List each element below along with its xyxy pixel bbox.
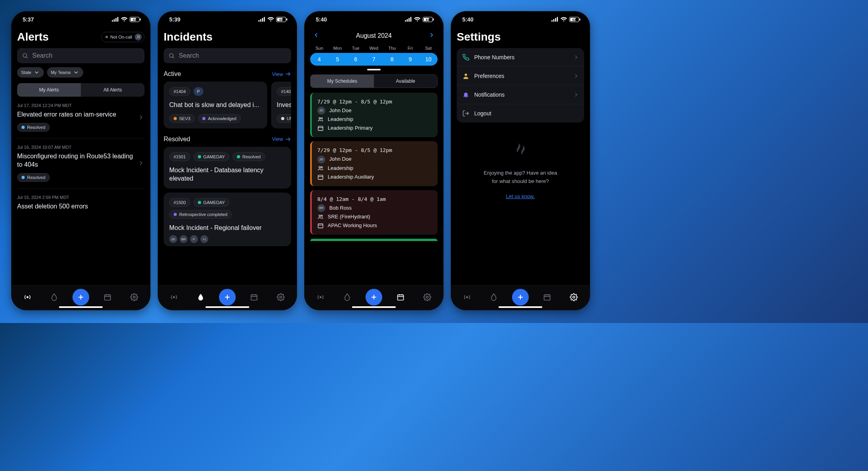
clock: 5:37 xyxy=(23,16,34,23)
status-icons: 63 xyxy=(551,16,581,23)
filter-state[interactable]: State xyxy=(17,67,44,78)
cellular-icon xyxy=(551,16,559,23)
day[interactable]: 10 xyxy=(421,56,436,62)
incident-card[interactable]: #1501 GAMEDAY Resolved Mock Incident - D… xyxy=(164,147,291,189)
status-dot-icon xyxy=(106,36,108,38)
battery-icon: 63 xyxy=(276,17,288,22)
settings-phone-numbers[interactable]: Phone Numbers xyxy=(457,48,584,67)
plus-icon xyxy=(223,293,231,301)
shift-card[interactable]: 8/4 @ 12am - 8/4 @ 1am BRBob Ross SRE (F… xyxy=(310,190,438,235)
fab-create[interactable] xyxy=(512,289,529,306)
calendar-icon xyxy=(104,293,111,301)
fab-create[interactable] xyxy=(219,289,236,306)
day[interactable]: 8 xyxy=(385,56,400,62)
fab-create[interactable] xyxy=(366,289,382,306)
nav-incidents[interactable] xyxy=(485,288,502,306)
nav-settings[interactable] xyxy=(418,288,436,306)
svg-rect-21 xyxy=(264,17,265,22)
chevron-right-icon xyxy=(137,114,145,121)
gear-icon xyxy=(130,293,138,301)
broadcast-icon xyxy=(317,293,325,301)
svg-point-58 xyxy=(320,296,321,298)
nav-incidents[interactable] xyxy=(45,288,63,306)
plus-icon xyxy=(77,293,85,301)
home-indicator[interactable] xyxy=(499,306,542,308)
drag-handle[interactable] xyxy=(367,69,381,70)
seg-my-alerts[interactable]: My Alerts xyxy=(17,83,81,97)
next-month-button[interactable] xyxy=(426,30,437,42)
day[interactable]: 9 xyxy=(403,56,418,62)
avatar: JD xyxy=(135,33,142,41)
nav-calendar[interactable] xyxy=(392,288,409,306)
alert-item[interactable]: Jul 17, 2024 12:24 PM MDT Elevated error… xyxy=(17,97,145,138)
home-indicator[interactable] xyxy=(205,306,249,308)
shift-name: John Doe xyxy=(329,155,352,163)
shift-card-peek[interactable] xyxy=(310,239,438,241)
incident-id: #1500 xyxy=(169,198,190,207)
svg-point-50 xyxy=(319,166,321,168)
search-input[interactable]: Search xyxy=(164,48,291,63)
nav-calendar[interactable] xyxy=(245,288,263,306)
day[interactable]: 5 xyxy=(330,56,345,62)
settings-logout[interactable]: Logout xyxy=(457,104,584,123)
view-resolved-link[interactable]: View xyxy=(272,136,291,142)
cellular-icon xyxy=(405,16,412,23)
oncall-status[interactable]: Not On-call JD xyxy=(101,32,145,42)
nav-settings[interactable] xyxy=(565,288,583,306)
incident-card[interactable]: #1500 GAMEDAY Retrospective completed Mo… xyxy=(164,193,291,247)
nav-alerts[interactable] xyxy=(458,288,476,306)
svg-rect-38 xyxy=(405,20,406,22)
settings-notifications[interactable]: Notifications xyxy=(457,86,584,104)
settings-preferences[interactable]: Preferences xyxy=(457,67,584,86)
dot-icon xyxy=(22,126,25,129)
nav-alerts[interactable] xyxy=(19,288,36,306)
seg-all-alerts[interactable]: All Alerts xyxy=(81,83,145,97)
nav-calendar[interactable] xyxy=(538,288,556,306)
nav-alerts[interactable] xyxy=(165,288,183,306)
filter-teams[interactable]: My Teams xyxy=(47,67,83,78)
alert-title: Asset deletion 500 errors xyxy=(17,202,145,211)
search-input[interactable]: Search xyxy=(17,48,145,63)
home-indicator[interactable] xyxy=(352,306,396,308)
seg-available[interactable]: Available xyxy=(374,75,437,88)
day[interactable]: 4 xyxy=(312,56,327,62)
page-title: Incidents xyxy=(164,31,213,43)
nav-calendar[interactable] xyxy=(99,288,116,306)
arrow-right-icon xyxy=(285,71,291,77)
day[interactable]: 6 xyxy=(348,56,363,62)
feedback-link[interactable]: Let us know. xyxy=(506,193,535,199)
shift-card[interactable]: 7/29 @ 12pm - 8/5 @ 12pm JDJohn Doe Lead… xyxy=(310,141,438,186)
svg-rect-20 xyxy=(262,18,263,21)
svg-rect-18 xyxy=(258,20,260,22)
alerts-segmented: My Alerts All Alerts xyxy=(17,83,145,97)
shift-card[interactable]: 7/29 @ 12pm - 8/5 @ 12pm JDJohn Doe Lead… xyxy=(310,93,438,137)
month-label[interactable]: August 2024 xyxy=(356,32,392,39)
chevron-right-icon xyxy=(428,31,435,39)
status-bar: 5:37 63 xyxy=(12,12,150,27)
prev-month-button[interactable] xyxy=(311,30,321,42)
week-selector[interactable]: 45678910 xyxy=(310,53,438,66)
seg-my-schedules[interactable]: My Schedules xyxy=(311,75,374,88)
view-active-link[interactable]: View xyxy=(272,71,291,77)
incident-card[interactable]: #1403 Investi UNS xyxy=(271,82,291,128)
svg-rect-52 xyxy=(318,175,323,179)
home-indicator[interactable] xyxy=(59,306,103,308)
alert-item[interactable]: Jul 15, 2024 2:59 PM MDT Asset deletion … xyxy=(17,189,145,217)
avatar: BR xyxy=(180,235,188,243)
avatar: BR xyxy=(317,204,325,212)
nav-incidents[interactable] xyxy=(192,288,209,306)
gear-icon xyxy=(570,293,578,301)
nav-settings[interactable] xyxy=(125,288,143,306)
nav-incidents[interactable] xyxy=(338,288,356,306)
incident-card[interactable]: #1404 P Chat bot is slow and delayed i..… xyxy=(164,82,267,128)
day[interactable]: 7 xyxy=(366,56,381,62)
plus-icon xyxy=(516,293,524,301)
svg-point-8 xyxy=(23,54,27,57)
nav-alerts[interactable] xyxy=(312,288,329,306)
search-placeholder: Search xyxy=(32,52,53,59)
fab-create[interactable] xyxy=(72,289,89,306)
svg-point-37 xyxy=(280,296,282,298)
nav-settings[interactable] xyxy=(272,288,289,306)
alert-item[interactable]: Jul 16, 2024 10:07 AM MDT Misconfigured … xyxy=(17,138,145,189)
alert-timestamp: Jul 17, 2024 12:24 PM MDT xyxy=(17,103,145,108)
